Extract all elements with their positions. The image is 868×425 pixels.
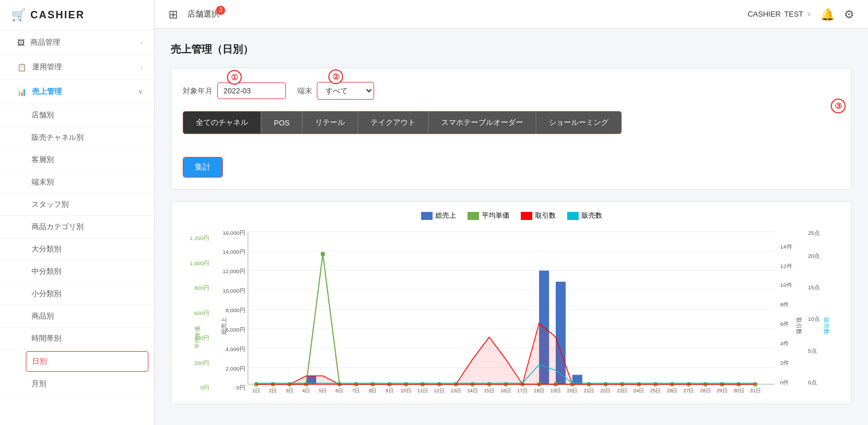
target-month-label: 対象年月: [183, 86, 213, 96]
svg-text:1日: 1日: [252, 388, 260, 393]
svg-text:6日: 6日: [336, 388, 344, 393]
channel-btn-takeout[interactable]: テイクアウト: [358, 112, 429, 133]
badge-2: ②: [328, 69, 343, 84]
svg-text:5日: 5日: [319, 388, 327, 393]
svg-text:14,000円: 14,000円: [222, 249, 245, 255]
filter-row: ① 対象年月 ② 端末 すべて POS1 POS2: [183, 82, 840, 100]
svg-text:9日: 9日: [386, 388, 394, 393]
legend-color-avg-price: [468, 212, 479, 220]
svg-text:600円: 600円: [194, 310, 209, 316]
svg-text:28日: 28日: [700, 388, 711, 393]
sidebar-sub-item-daishuburui[interactable]: 大分類別: [0, 238, 154, 261]
sidebar-item-label: 商品管理: [30, 37, 60, 48]
target-month-input[interactable]: [217, 82, 286, 99]
svg-text:29日: 29日: [717, 388, 728, 393]
svg-text:15日: 15日: [484, 388, 494, 393]
grid-icon[interactable]: ⊞: [168, 7, 178, 21]
sidebar-sub-item-shoshuburui[interactable]: 小分類別: [0, 283, 154, 305]
channel-btn-pos[interactable]: POS: [261, 112, 303, 133]
sidebar-sub-item-chushuburui[interactable]: 中分類別: [0, 261, 154, 283]
svg-text:10点: 10点: [808, 316, 820, 322]
svg-text:31日: 31日: [750, 388, 761, 393]
sidebar-sub-item-jikantai[interactable]: 時間帯別: [0, 328, 154, 350]
header-right: CASHIER TEST ∨ 🔔 ⚙: [748, 7, 854, 21]
chart-area: 0円 200円 400円 600円 800円 1,000円 1,200円 平均単…: [177, 226, 846, 398]
svg-text:25日: 25日: [650, 388, 661, 393]
channel-btn-smart-table[interactable]: スマホテーブルオーダー: [429, 112, 536, 133]
svg-text:平均単価: 平均単価: [194, 326, 201, 349]
sidebar-item-shohin-kanri[interactable]: 🖼 商品管理 ›: [0, 30, 154, 55]
svg-text:8件: 8件: [780, 301, 789, 308]
legend-color-sales-count: [567, 212, 579, 220]
user-name: CASHIER: [748, 10, 781, 18]
logo-cart-icon: 🛒: [11, 8, 26, 22]
unyou-kanri-icon: 📋: [17, 63, 26, 72]
sidebar-sub-item-tenpo-betsu[interactable]: 店舗別: [0, 104, 154, 127]
gear-icon[interactable]: ⚙: [844, 7, 854, 21]
svg-text:2日: 2日: [269, 388, 277, 393]
svg-text:0円: 0円: [237, 384, 245, 391]
svg-text:8,000円: 8,000円: [226, 307, 245, 313]
channel-btn-showroom[interactable]: ショールーミング: [536, 112, 621, 133]
svg-text:6,000円: 6,000円: [226, 326, 245, 333]
legend-color-total-sales: [421, 212, 433, 220]
uriage-kanri-icon: 📊: [17, 88, 26, 96]
svg-text:13日: 13日: [450, 388, 461, 393]
sidebar-logo: 🛒 CASHIER: [0, 0, 154, 30]
user-role: TEST: [784, 10, 803, 18]
svg-text:23日: 23日: [617, 388, 628, 393]
svg-text:10件: 10件: [780, 282, 792, 288]
chevron-right-icon: ›: [140, 64, 143, 70]
shohin-kanri-icon: 🖼: [17, 38, 25, 47]
terminal-select[interactable]: すべて POS1 POS2: [317, 82, 374, 100]
chart-legend: 総売上 平均単価 取引数 販売数: [177, 211, 846, 221]
svg-text:2,000円: 2,000円: [226, 365, 245, 372]
sidebar-item-uriage-kanri[interactable]: 📊 売上管理 ∨: [0, 80, 154, 104]
sidebar-item-unyou-kanri[interactable]: 📋 運用管理 ›: [0, 55, 154, 80]
sidebar-sub-item-tsuki-betsu[interactable]: 月別: [0, 373, 154, 395]
svg-text:16日: 16日: [500, 388, 511, 393]
svg-text:21日: 21日: [584, 388, 595, 393]
sidebar-sub-item-kyaku-so[interactable]: 客層別: [0, 149, 154, 171]
svg-text:4件: 4件: [780, 340, 789, 347]
svg-text:1,000円: 1,000円: [190, 260, 209, 266]
svg-text:26日: 26日: [667, 388, 678, 393]
svg-text:16,000円: 16,000円: [222, 230, 245, 236]
svg-text:24日: 24日: [634, 388, 645, 393]
legend-color-transactions: [521, 212, 532, 220]
channel-btn-all[interactable]: 全てのチャネル: [183, 112, 261, 133]
sidebar-sub-item-tanmatsu[interactable]: 端末別: [0, 171, 154, 194]
target-month-group: 対象年月: [183, 82, 286, 99]
sidebar-sub-item-hanbai-channel[interactable]: 販売チャネル別: [0, 127, 154, 149]
svg-text:22日: 22日: [600, 388, 611, 393]
svg-text:200円: 200円: [194, 360, 209, 366]
legend-sales-count: 販売数: [567, 211, 602, 221]
channel-btn-retail[interactable]: リテール: [303, 112, 358, 133]
svg-text:4,000円: 4,000円: [226, 346, 245, 352]
svg-text:15点: 15点: [808, 284, 820, 290]
svg-text:取引数: 取引数: [796, 317, 802, 335]
sidebar-sub-item-shohin-betsu[interactable]: 商品別: [0, 305, 154, 328]
svg-text:5点: 5点: [808, 348, 816, 354]
svg-text:14日: 14日: [467, 388, 478, 393]
user-info[interactable]: CASHIER TEST ∨: [748, 10, 811, 18]
chevron-down-icon: ∨: [138, 88, 143, 96]
legend-transactions: 取引数: [521, 211, 556, 221]
sidebar-sub-item-shohin-category[interactable]: 商品カテゴリ別: [0, 216, 154, 238]
user-chevron-icon: ∨: [807, 10, 811, 18]
aggregate-button[interactable]: 集計: [183, 158, 222, 177]
sidebar-sub-item-staff[interactable]: スタッフ別: [0, 194, 154, 216]
sidebar-sub-item-nichi-betsu[interactable]: 日別: [26, 351, 148, 372]
terminal-label: 端末: [297, 86, 312, 96]
svg-text:6件: 6件: [780, 321, 789, 327]
legend-label-avg-price: 平均単価: [482, 211, 509, 221]
legend-total-sales: 総売上: [421, 211, 456, 221]
svg-text:0件: 0件: [780, 379, 789, 385]
store-selector[interactable]: 店舗選択 3: [187, 9, 219, 19]
svg-text:0点: 0点: [808, 379, 816, 385]
svg-text:20日: 20日: [567, 388, 578, 393]
legend-label-sales-count: 販売数: [582, 211, 602, 221]
svg-text:12,000円: 12,000円: [222, 268, 245, 274]
channel-buttons: 全てのチャネル POS リテール テイクアウト スマホテーブルオーダー ショール…: [183, 111, 622, 134]
bell-icon[interactable]: 🔔: [820, 7, 835, 21]
